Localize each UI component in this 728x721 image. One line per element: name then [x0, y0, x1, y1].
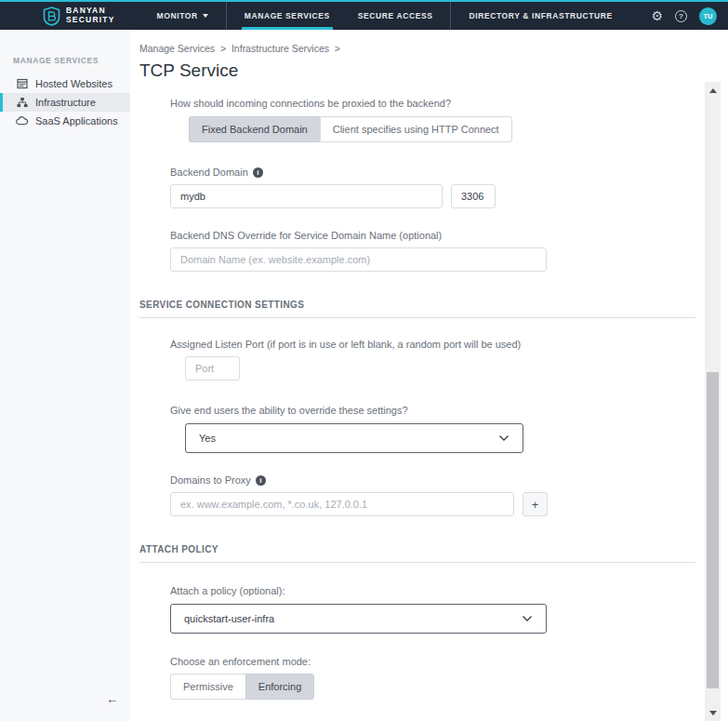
top-navbar: BANYAN SECURITY MONITOR MANAGE SERVICES …: [0, 0, 728, 30]
sitemap-icon: [16, 97, 28, 109]
nav-item-directory-infrastructure[interactable]: DIRECTORY & INFRASTRUCTURE: [455, 2, 626, 30]
dns-override-input[interactable]: [170, 247, 547, 272]
breadcrumb-infrastructure-services[interactable]: Infrastructure Services: [232, 43, 329, 54]
override-settings-select[interactable]: Yes: [185, 423, 523, 453]
domains-to-proxy-label: Domains to Proxy i: [170, 474, 695, 486]
fixed-backend-domain-option[interactable]: Fixed Backend Domain: [189, 116, 320, 142]
chevron-down-icon: [522, 615, 533, 622]
sidebar-item-infrastructure[interactable]: Infrastructure: [0, 93, 130, 112]
collapse-sidebar-icon[interactable]: ←: [106, 692, 118, 706]
brand-logo[interactable]: BANYAN SECURITY: [43, 2, 115, 30]
nav-item-manage-services[interactable]: MANAGE SERVICES: [231, 2, 344, 30]
listen-port-label: Assigned Listen Port (if port is in use …: [170, 339, 695, 350]
override-settings-label: Give end users the ability to override t…: [170, 405, 695, 416]
nav-separator: [450, 2, 451, 30]
proxy-question-label: How should incoming connections be proxi…: [170, 98, 695, 109]
main-nav: MONITOR MANAGE SERVICES SECURE ACCESS DI…: [143, 2, 652, 30]
vertical-scrollbar[interactable]: [705, 82, 721, 721]
nav-separator: [226, 2, 227, 30]
nav-item-secure-access[interactable]: SECURE ACCESS: [344, 2, 447, 30]
user-avatar[interactable]: TU: [699, 7, 717, 25]
info-icon[interactable]: i: [256, 475, 266, 486]
sidebar-section-label: MANAGE SERVICES: [13, 56, 130, 65]
attach-policy-label: Attach a policy (optional):: [170, 585, 695, 596]
breadcrumb-separator: >: [220, 43, 226, 54]
page-title: TCP Service: [139, 60, 695, 81]
section-header-attach-policy: ATTACH POLICY: [139, 544, 695, 554]
add-domain-button[interactable]: +: [523, 492, 548, 516]
backend-domain-label: Backend Domain i: [170, 167, 695, 178]
info-icon[interactable]: i: [253, 167, 263, 178]
enforcing-option[interactable]: Enforcing: [245, 674, 314, 700]
header-actions: ⚙ ? TU: [651, 2, 717, 30]
enforcement-mode-label: Choose an enforcement mode:: [170, 656, 695, 667]
sidebar: MANAGE SERVICES Hosted Websites Infrastr…: [0, 30, 130, 721]
scrollbar-thumb[interactable]: [707, 372, 719, 688]
enforcement-mode-toggle: Permissive Enforcing: [170, 674, 314, 700]
breadcrumb: Manage Services > Infrastructure Service…: [139, 43, 695, 54]
brand-name: BANYAN SECURITY: [66, 7, 115, 25]
breadcrumb-manage-services[interactable]: Manage Services: [139, 43, 215, 54]
banyan-shield-logo-icon: [43, 7, 60, 26]
sidebar-item-label: Hosted Websites: [35, 78, 113, 89]
select-value: Yes: [199, 433, 216, 444]
help-icon[interactable]: ?: [675, 10, 687, 22]
listen-port-input[interactable]: [185, 356, 240, 381]
permissive-option[interactable]: Permissive: [170, 674, 245, 700]
browser-icon: [16, 78, 28, 90]
dns-override-label: Backend DNS Override for Service Domain …: [170, 230, 695, 241]
breadcrumb-separator: >: [335, 43, 340, 54]
backend-domain-input[interactable]: [170, 184, 443, 208]
settings-gear-icon[interactable]: ⚙: [651, 9, 663, 22]
select-value: quickstart-user-infra: [184, 613, 274, 624]
cloud-icon: [16, 115, 28, 127]
nav-item-monitor[interactable]: MONITOR: [143, 2, 222, 30]
backend-port-input[interactable]: [451, 184, 496, 208]
proxy-mode-toggle: Fixed Backend Domain Client specifies us…: [189, 116, 512, 142]
sidebar-item-hosted-websites[interactable]: Hosted Websites: [0, 74, 130, 93]
section-divider: [139, 317, 695, 318]
section-divider: [139, 562, 695, 563]
http-connect-option[interactable]: Client specifies using HTTP Connect: [320, 116, 512, 142]
sidebar-item-label: Infrastructure: [35, 97, 96, 108]
main-content: Manage Services > Infrastructure Service…: [130, 30, 728, 721]
sidebar-item-saas-applications[interactable]: SaaS Applications: [0, 112, 130, 130]
section-header-connection-settings: SERVICE CONNECTION SETTINGS: [139, 300, 695, 310]
chevron-down-icon: [203, 14, 208, 18]
sidebar-item-label: SaaS Applications: [35, 115, 118, 127]
scroll-down-icon[interactable]: [705, 706, 721, 719]
domains-to-proxy-input[interactable]: [170, 492, 514, 516]
attach-policy-select[interactable]: quickstart-user-infra: [170, 604, 547, 634]
chevron-down-icon: [498, 434, 510, 442]
scroll-up-icon[interactable]: [705, 84, 721, 97]
